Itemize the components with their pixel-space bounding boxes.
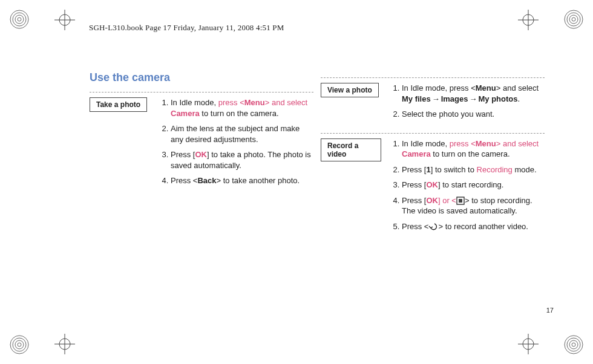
record-a-video-steps: In Idle mode, press <Menu> and select Ca… [391, 138, 545, 232]
list-item: Press [OK] to start recording. [402, 180, 545, 190]
left-column: Take a photo In Idle mode, press <Menu> … [90, 92, 313, 191]
crosshair-mark-br [518, 334, 539, 354]
svg-point-0 [18, 18, 21, 21]
list-item: Press < > to record another video. [402, 221, 545, 232]
list-item: Press <Back> to take another photo. [171, 175, 313, 186]
svg-point-9 [15, 340, 24, 349]
crosshair-mark-tr [518, 10, 539, 30]
svg-point-13 [569, 340, 578, 349]
svg-point-2 [13, 13, 26, 26]
svg-point-5 [569, 15, 578, 24]
list-item: Press [OK] or < > to stop recording. The… [402, 195, 545, 216]
svg-point-12 [572, 343, 575, 346]
divider [321, 133, 545, 134]
list-item: Aim the lens at the subject and make any… [171, 123, 313, 145]
registration-mark-br [562, 333, 586, 357]
svg-point-4 [572, 18, 575, 21]
crosshair-mark-bl [54, 334, 75, 354]
svg-point-10 [13, 338, 26, 351]
list-item: Press [1] to switch to Recording mode. [402, 164, 545, 175]
section-title: Use the camera [90, 71, 170, 84]
crosshair-mark-tl [54, 10, 75, 30]
registration-mark-tl [7, 7, 31, 31]
svg-rect-29 [459, 199, 462, 203]
divider [321, 77, 545, 78]
view-a-photo-steps: In Idle mode, press <Menu> and select My… [391, 83, 545, 120]
list-item: Press [OK] to take a photo. The photo is… [171, 149, 313, 171]
svg-point-6 [567, 13, 580, 26]
svg-point-14 [567, 338, 580, 351]
list-item: In Idle mode, press <Menu> and select Ca… [171, 97, 313, 119]
right-column: View a photo In Idle mode, press <Menu> … [321, 77, 545, 236]
back-arrow-icon [428, 223, 438, 231]
stop-icon [456, 197, 465, 205]
svg-point-8 [18, 343, 21, 346]
registration-mark-bl [7, 333, 31, 357]
view-a-photo-label: View a photo [321, 83, 379, 97]
page-header: SGH-L310.book Page 17 Friday, January 11… [89, 23, 284, 33]
take-a-photo-label: Take a photo [90, 97, 147, 112]
take-a-photo-steps: In Idle mode, press <Menu> and select Ca… [160, 97, 313, 186]
svg-point-1 [15, 15, 24, 24]
page-number: 17 [546, 307, 554, 314]
record-a-video-label: Record a video [321, 138, 381, 161]
list-item: In Idle mode, press <Menu> and select Ca… [402, 138, 545, 160]
list-item: Select the photo you want. [402, 109, 545, 120]
registration-mark-tr [562, 7, 586, 31]
divider [90, 92, 313, 93]
list-item: In Idle mode, press <Menu> and select My… [402, 83, 545, 104]
